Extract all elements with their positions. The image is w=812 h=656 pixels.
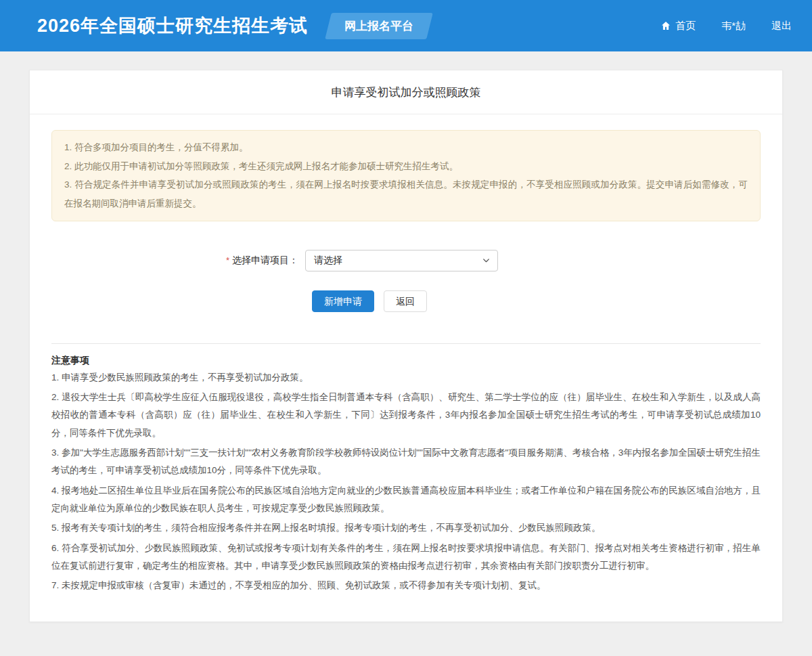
page-title: 申请享受初试加分或照顾政策	[30, 70, 782, 114]
notes-section: 注意事项 1. 申请享受少数民族照顾政策的考生，不再享受初试加分政策。 2. 退…	[51, 355, 761, 595]
back-button[interactable]: 返回	[384, 290, 427, 312]
notice-item: 2. 此功能仅用于申请初试加分等照顾政策，考生还须完成网上报名才能参加硕士研究生…	[64, 157, 748, 176]
note-item: 1. 申请享受少数民族照顾政策的考生，不再享受初试加分政策。	[51, 369, 761, 387]
nav-username[interactable]: 韦*劼	[721, 20, 746, 32]
card-body: 1. 符合多项加分项目的考生，分值不得累加。 2. 此功能仅用于申请初试加分等照…	[30, 130, 782, 594]
apply-form-row: *选择申请项目： 请选择	[51, 250, 761, 271]
note-item: 7. 未按规定申报或审核（含复审）未通过的，不享受相应的加分、照顾、免初试政策，…	[51, 577, 761, 594]
button-row: 新增申请 返回	[51, 290, 761, 312]
apply-item-select-value: 请选择	[314, 255, 342, 267]
apply-item-label-text: 选择申请项目：	[232, 255, 298, 265]
app-title: 2026年全国硕士研究生招生考试	[37, 14, 308, 38]
platform-badge: 网上报名平台	[325, 13, 433, 39]
notice-box: 1. 符合多项加分项目的考生，分值不得累加。 2. 此功能仅用于申请初试加分等照…	[51, 130, 761, 221]
username-label: 韦*劼	[721, 20, 746, 32]
home-icon	[660, 20, 671, 31]
nav-home-link[interactable]: 首页	[660, 20, 696, 32]
note-item: 4. 报考地处二区招生单位且毕业后在国务院公布的民族区域自治地方定向就业的少数民…	[51, 482, 761, 518]
new-application-button[interactable]: 新增申请	[312, 290, 374, 312]
note-item: 2. 退役大学生士兵〔即高校学生应征入伍服现役退役，高校学生指全日制普通本专科（…	[51, 389, 761, 442]
required-asterisk: *	[226, 255, 229, 265]
apply-item-select[interactable]: 请选择	[305, 250, 498, 271]
notes-divider	[51, 343, 761, 344]
notice-item: 1. 符合多项加分项目的考生，分值不得累加。	[64, 138, 748, 157]
note-item: 3. 参加"大学生志愿服务西部计划""三支一扶计划""农村义务教育阶段学校教师特…	[51, 444, 761, 480]
logout-label: 退出	[771, 20, 792, 32]
note-item: 5. 报考有关专项计划的考生，须符合相应报考条件并在网上报名时填报。报考专项计划…	[51, 519, 761, 537]
notice-item: 3. 符合规定条件并申请享受初试加分或照顾政策的考生，须在网上报名时按要求填报相…	[64, 175, 748, 213]
main-card: 申请享受初试加分或照顾政策 1. 符合多项加分项目的考生，分值不得累加。 2. …	[29, 70, 783, 622]
platform-badge-label: 网上报名平台	[344, 18, 413, 34]
notes-heading: 注意事项	[51, 355, 761, 367]
note-item: 6. 符合享受初试加分、少数民族照顾政策、免初试或报考专项计划有关条件的考生，须…	[51, 540, 761, 575]
nav-logout-link[interactable]: 退出	[771, 20, 792, 32]
nav-home-label: 首页	[675, 20, 696, 32]
chevron-down-icon	[482, 256, 491, 265]
app-header: 2026年全国硕士研究生招生考试 网上报名平台 首页 韦*劼 退出	[0, 0, 812, 51]
header-nav: 首页 韦*劼 退出	[660, 20, 792, 32]
apply-item-label: *选择申请项目：	[51, 255, 305, 267]
